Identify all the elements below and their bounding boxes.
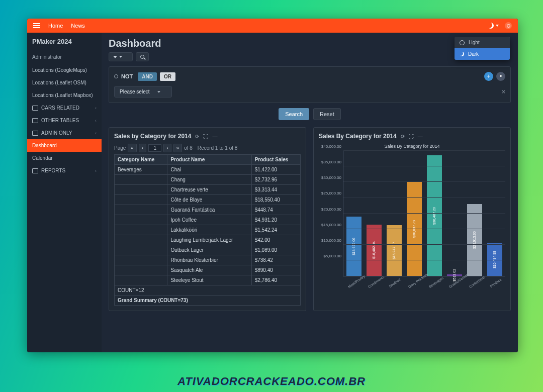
table-count: COUNT=12 — [115, 285, 301, 296]
sidebar-group-reports[interactable]: REPORTS‹ — [27, 164, 102, 177]
chart-bar[interactable]: $18,956.06 — [346, 217, 361, 276]
theme-light[interactable]: Light — [455, 37, 510, 48]
col-sales[interactable]: Product Sales — [251, 155, 300, 165]
col-category[interactable]: Category Name — [115, 155, 167, 165]
table-row[interactable]: Sasquatch Ale$890.40 — [115, 265, 301, 275]
x-tick-label: Confections — [469, 277, 483, 288]
sidebar-item-label: Locations (Leaflet OSM) — [32, 80, 86, 85]
theme-caret-icon[interactable] — [496, 25, 499, 27]
minimize-icon[interactable]: — — [212, 134, 217, 139]
cell-sales: $18,550.40 — [251, 195, 300, 205]
sidebar-item-googlemaps[interactable]: Locations (GoogleMaps) — [27, 64, 102, 76]
chart-bar[interactable]: $16,402.04 — [367, 225, 382, 276]
sidebar-item-label: Calendar — [32, 155, 53, 161]
filter-field-select[interactable]: Please select — [114, 86, 172, 97]
chart-bar[interactable]: $513.02 — [447, 274, 462, 276]
y-tick-label: $30,000.00 — [318, 175, 341, 180]
sidebar-group-cars[interactable]: CARS RELATED‹ — [27, 102, 102, 114]
pager-last-button[interactable]: » — [173, 144, 183, 152]
cell-product: Sasquatch Ale — [167, 265, 251, 275]
expand-icon[interactable]: ⛶ — [203, 134, 208, 139]
cell-product: Laughing Lumberjack Lager — [167, 235, 251, 245]
pager-next-button[interactable]: › — [163, 144, 171, 152]
cell-product: Rhönbräu Klosterbier — [167, 255, 251, 265]
sidebar-group-admin[interactable]: ADMIN ONLY‹ — [27, 127, 102, 139]
chevron-left-icon: ‹ — [95, 131, 97, 136]
cell-product: Steeleye Stout — [167, 275, 251, 285]
cell-sales: $448.74 — [251, 205, 300, 215]
expand-icon[interactable]: ⛶ — [409, 134, 414, 139]
table-row[interactable]: Rhönbräu Klosterbier$738.42 — [115, 255, 301, 265]
chart-card-title: Sales By Category for 2014 — [319, 133, 397, 140]
table-grand-summary: Grand Summary (COUNT=73) — [115, 296, 301, 306]
theme-dark[interactable]: Dark — [455, 48, 510, 60]
y-tick-label: $20,000.00 — [318, 207, 341, 211]
x-tick-label: Dairy Products — [408, 277, 422, 288]
radio-icon[interactable] — [114, 74, 118, 78]
cell-category — [115, 265, 167, 275]
cell-sales: $1,089.00 — [251, 245, 300, 255]
sidebar: PMaker 2024 Administrator Locations (Goo… — [27, 33, 102, 352]
download-icon — [113, 56, 117, 58]
cell-category — [115, 185, 167, 195]
table-row[interactable]: Côte de Blaye$18,550.40 — [115, 195, 301, 205]
sidebar-item-dashboard[interactable]: Dashboard — [27, 139, 102, 152]
table-row[interactable]: Outback Lager$1,089.00 — [115, 245, 301, 255]
table-row[interactable]: Chang$2,732.96 — [115, 175, 301, 185]
chart-bar[interactable]: $38,487.20 — [427, 155, 442, 276]
table-row[interactable]: Laughing Lumberjack Lager$42.00 — [115, 235, 301, 245]
col-product[interactable]: Product Name — [167, 155, 251, 165]
hamburger-icon[interactable] — [33, 23, 40, 28]
sidebar-item-leaflet-mapbox[interactable]: Locations (Leaflet Mapbox) — [27, 89, 102, 102]
minimize-icon[interactable]: — — [418, 134, 423, 139]
cell-category: Beverages — [115, 165, 167, 175]
sidebar-item-label: REPORTS — [41, 168, 65, 173]
sidebar-group-other[interactable]: OTHER TABLES‹ — [27, 114, 102, 127]
sidebar-item-label: CARS RELATED — [41, 105, 79, 111]
pager-prev-button[interactable]: ‹ — [139, 144, 146, 152]
sidebar-item-leaflet-osm[interactable]: Locations (Leaflet OSM) — [27, 76, 102, 89]
magnifier-icon — [140, 55, 144, 59]
table-row[interactable]: Guaraná Fantástica$448.74 — [115, 205, 301, 215]
table-row[interactable]: Steeleye Stout$2,786.40 — [115, 275, 301, 285]
moon-icon — [460, 52, 464, 56]
page-title: Dashboard — [109, 38, 511, 49]
refresh-icon[interactable]: ⟳ — [195, 134, 199, 139]
pager-input[interactable] — [148, 144, 161, 152]
cell-sales: $1,542.24 — [251, 225, 300, 235]
table-row[interactable]: Chartreuse verte$3,313.44 — [115, 185, 301, 195]
nav-news[interactable]: News — [71, 23, 85, 29]
theme-icon[interactable] — [488, 23, 494, 29]
add-filter-button[interactable]: + — [484, 72, 493, 81]
nav-home[interactable]: Home — [48, 23, 63, 29]
reset-button[interactable]: Reset — [313, 108, 341, 120]
bar-value-label: $18,956.06 — [352, 237, 356, 255]
cell-product: Chartreuse verte — [167, 185, 251, 195]
folder-icon — [32, 118, 38, 123]
x-tick-label: Beverages — [428, 277, 442, 288]
search-button[interactable]: Search — [279, 108, 309, 120]
table-row[interactable]: Lakkalikööri$1,542.24 — [115, 225, 301, 235]
filter-remove-button[interactable]: × — [502, 88, 505, 95]
chevron-down-icon — [157, 91, 160, 93]
pager-first-button[interactable]: « — [128, 144, 137, 152]
table-row[interactable]: BeveragesChai$1,422.00 — [115, 165, 301, 175]
filter-or-chip[interactable]: OR — [160, 72, 175, 81]
chart-bar[interactable]: $16,247.77 — [387, 225, 402, 276]
x-tick-label: Meat/Poultry — [347, 277, 362, 288]
bar-value-label: $513.02 — [453, 269, 457, 281]
folder-icon — [32, 106, 38, 111]
zoom-button[interactable] — [136, 52, 149, 61]
sidebar-item-label: Dashboard — [32, 143, 57, 148]
cell-product: Guaraná Fantástica — [167, 205, 251, 215]
sidebar-item-calendar[interactable]: Calendar — [27, 152, 102, 164]
filter-settings-button[interactable]: • — [496, 72, 505, 81]
chart-bar[interactable]: $22,913.00 — [467, 204, 482, 276]
user-icon[interactable] — [505, 22, 512, 29]
cell-category — [115, 195, 167, 205]
refresh-icon[interactable]: ⟳ — [401, 134, 405, 139]
pager-record-label: Record 1 to 1 of 8 — [198, 145, 238, 151]
filter-and-chip[interactable]: AND — [138, 72, 157, 81]
export-button[interactable] — [109, 52, 133, 61]
table-row[interactable]: Ipoh Coffee$4,931.20 — [115, 215, 301, 225]
